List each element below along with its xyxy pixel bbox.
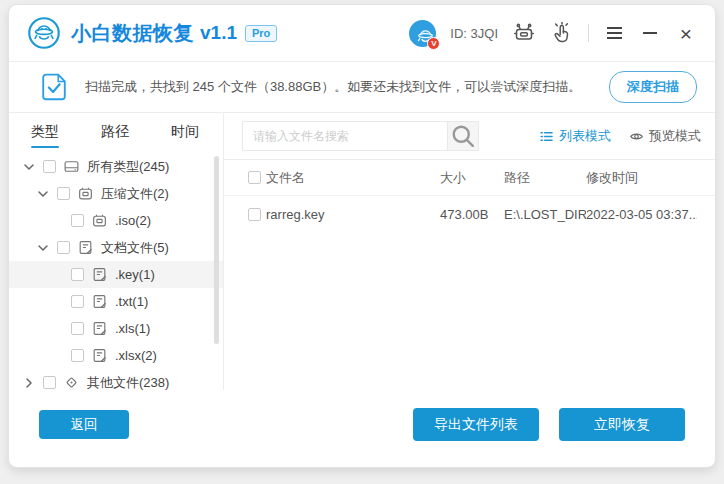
col-size: 大小 xyxy=(440,169,504,187)
checkbox[interactable] xyxy=(71,295,84,308)
select-all-checkbox[interactable] xyxy=(248,171,261,184)
file-type-tree: 所有类型(245) 压缩文件(2) .iso(2) xyxy=(9,151,223,390)
app-title: 小白数据恢复 xyxy=(71,20,194,47)
preview-mode-label: 预览模式 xyxy=(649,127,701,145)
action-footer: 返回 导出文件列表 立即恢复 xyxy=(9,390,715,467)
cell-path: E:\.LOST_DIR xyxy=(504,207,586,222)
menu-icon[interactable] xyxy=(603,22,625,44)
tree-item-label: 压缩文件(2) xyxy=(101,185,169,203)
preview-mode-toggle[interactable]: 预览模式 xyxy=(629,127,701,145)
tree-item-label: .iso(2) xyxy=(115,213,151,228)
export-file-list-button[interactable]: 导出文件列表 xyxy=(413,408,539,441)
file-table: 文件名 大小 路径 修改时间 rarreg.key 473.00B E:\.LO… xyxy=(224,160,715,390)
tree-item-label: .xlsx(2) xyxy=(115,348,157,363)
app-logo-icon xyxy=(27,16,61,50)
recover-now-button[interactable]: 立即恢复 xyxy=(559,408,685,441)
list-mode-toggle[interactable]: 列表模式 xyxy=(539,127,611,145)
chevron-down-icon[interactable] xyxy=(35,240,51,256)
document-icon xyxy=(91,266,108,283)
filter-sidebar: 类型 路径 时间 所有类型(245) 压缩文件(2) xyxy=(9,113,224,390)
list-toolbar: 列表模式 预览模式 xyxy=(224,113,715,160)
scan-complete-doc-check-icon xyxy=(39,72,69,102)
archive-icon xyxy=(91,212,108,229)
cell-filename: rarreg.key xyxy=(266,207,440,222)
filter-tabs: 类型 路径 时间 xyxy=(9,113,223,151)
app-window: 小白数据恢复 v1.1 Pro V ID: 3JQI × 扫描完成，共找到 24… xyxy=(8,4,716,468)
tab-path[interactable]: 路径 xyxy=(101,114,129,150)
customer-service-robot-icon[interactable] xyxy=(512,21,536,45)
tab-type[interactable]: 类型 xyxy=(31,114,59,150)
col-modified: 修改时间 xyxy=(586,169,697,187)
tree-item-label: 所有类型(245) xyxy=(87,158,169,176)
tree-item-label: .xls(1) xyxy=(115,321,150,336)
table-header-row: 文件名 大小 路径 修改时间 xyxy=(224,160,715,196)
list-mode-label: 列表模式 xyxy=(559,127,611,145)
document-icon xyxy=(91,347,108,364)
checkbox[interactable] xyxy=(57,187,70,200)
tree-item-all-types[interactable]: 所有类型(245) xyxy=(9,153,223,180)
scan-status-bar: 扫描完成，共找到 245 个文件（38.88GB）。如要还未找到文件，可以尝试深… xyxy=(9,62,715,113)
title-bar: 小白数据恢复 v1.1 Pro V ID: 3JQI × xyxy=(9,5,715,62)
document-icon xyxy=(91,320,108,337)
tree-scrollbar[interactable] xyxy=(214,156,219,344)
document-icon xyxy=(77,239,94,256)
chevron-right-icon[interactable] xyxy=(21,375,37,391)
tree-item-xlsx[interactable]: .xlsx(2) xyxy=(9,342,223,369)
checkbox[interactable] xyxy=(71,268,84,281)
tree-item-iso[interactable]: .iso(2) xyxy=(9,207,223,234)
tree-item-label: .txt(1) xyxy=(115,294,148,309)
tree-item-label: .key(1) xyxy=(115,267,155,282)
tree-item-other-files[interactable]: 其他文件(238) xyxy=(9,369,223,390)
checkbox[interactable] xyxy=(71,322,84,335)
back-button[interactable]: 返回 xyxy=(39,410,129,439)
tab-time[interactable]: 时间 xyxy=(171,114,199,150)
checkbox[interactable] xyxy=(71,214,84,227)
tree-item-txt[interactable]: .txt(1) xyxy=(9,288,223,315)
search-input[interactable] xyxy=(242,121,447,151)
app-version: v1.1 xyxy=(200,22,237,44)
deep-scan-button[interactable]: 深度扫描 xyxy=(609,71,697,103)
col-filename: 文件名 xyxy=(266,169,440,187)
archive-icon xyxy=(77,185,94,202)
list-icon xyxy=(539,129,554,144)
chevron-down-icon[interactable] xyxy=(21,159,37,175)
user-avatar[interactable]: V xyxy=(409,20,436,47)
eye-icon xyxy=(629,129,644,144)
checkbox[interactable] xyxy=(71,349,84,362)
chevron-down-icon[interactable] xyxy=(35,186,51,202)
scan-status-message: 扫描完成，共找到 245 个文件（38.88GB）。如要还未找到文件，可以尝试深… xyxy=(85,78,581,96)
document-icon xyxy=(91,293,108,310)
close-icon[interactable]: × xyxy=(675,22,697,44)
table-row[interactable]: rarreg.key 473.00B E:\.LOST_DIR 2022-03-… xyxy=(224,196,715,232)
cell-modified: 2022-03-05 03:37... xyxy=(586,207,697,222)
user-id: ID: 3JQI xyxy=(450,26,498,41)
search-button[interactable] xyxy=(447,121,479,151)
tree-item-document-files[interactable]: 文档文件(5) xyxy=(9,234,223,261)
tree-item-label: 其他文件(238) xyxy=(87,374,169,391)
hand-click-icon[interactable] xyxy=(550,21,574,45)
titlebar-divider xyxy=(588,24,589,42)
col-path: 路径 xyxy=(504,169,586,187)
tree-item-key[interactable]: .key(1) xyxy=(9,261,223,288)
search-icon xyxy=(448,122,478,150)
checkbox[interactable] xyxy=(43,160,56,173)
tree-item-archive-files[interactable]: 压缩文件(2) xyxy=(9,180,223,207)
tree-item-xls[interactable]: .xls(1) xyxy=(9,315,223,342)
cell-size: 473.00B xyxy=(440,207,504,222)
vip-badge: V xyxy=(427,37,440,50)
tree-item-label: 文档文件(5) xyxy=(101,239,169,257)
pro-badge: Pro xyxy=(245,25,277,42)
minimize-icon[interactable] xyxy=(639,22,661,44)
other-files-icon xyxy=(63,374,80,390)
drive-icon xyxy=(63,158,80,175)
checkbox[interactable] xyxy=(57,241,70,254)
file-list-panel: 列表模式 预览模式 文件名 大小 路径 修改时间 xyxy=(224,113,715,390)
row-checkbox[interactable] xyxy=(248,208,261,221)
checkbox[interactable] xyxy=(43,376,56,389)
